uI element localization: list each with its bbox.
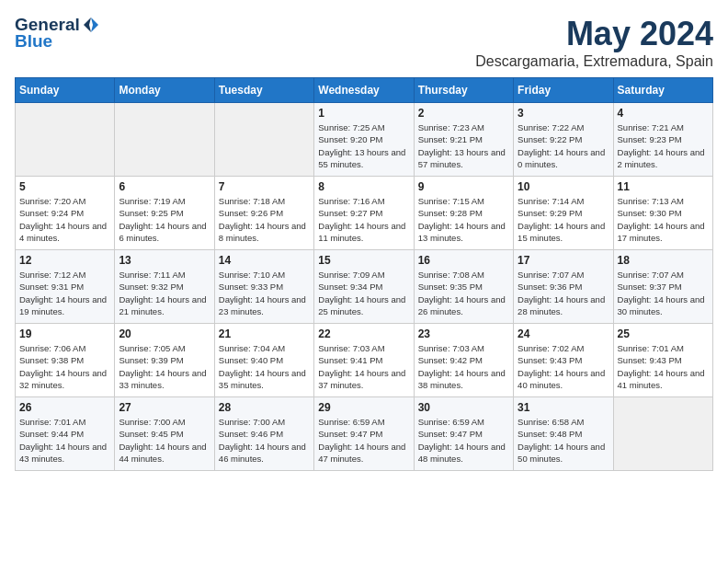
table-row: 25 Sunrise: 7:01 AMSunset: 9:43 PMDaylig… bbox=[613, 324, 712, 397]
table-row: 11 Sunrise: 7:13 AMSunset: 9:30 PMDaylig… bbox=[613, 177, 712, 250]
table-row bbox=[16, 103, 115, 177]
day-number: 22 bbox=[318, 327, 409, 340]
svg-marker-0 bbox=[91, 17, 98, 32]
day-number: 25 bbox=[618, 327, 709, 340]
day-number: 12 bbox=[19, 254, 110, 267]
day-info: Sunrise: 7:10 AMSunset: 9:33 PMDaylight:… bbox=[219, 269, 310, 317]
day-number: 28 bbox=[219, 401, 310, 414]
table-row: 15 Sunrise: 7:09 AMSunset: 9:34 PMDaylig… bbox=[314, 250, 414, 324]
day-info: Sunrise: 6:59 AMSunset: 9:47 PMDaylight:… bbox=[418, 416, 509, 465]
table-row: 8 Sunrise: 7:16 AMSunset: 9:27 PMDayligh… bbox=[314, 177, 414, 250]
table-row: 19 Sunrise: 7:06 AMSunset: 9:38 PMDaylig… bbox=[16, 324, 115, 397]
table-row: 27 Sunrise: 7:00 AMSunset: 9:45 PMDaylig… bbox=[115, 397, 214, 471]
day-number: 24 bbox=[518, 327, 609, 340]
day-info: Sunrise: 7:03 AMSunset: 9:42 PMDaylight:… bbox=[418, 342, 509, 391]
day-info: Sunrise: 7:00 AMSunset: 9:46 PMDaylight:… bbox=[219, 416, 310, 465]
day-number: 18 bbox=[618, 254, 709, 267]
table-row: 12 Sunrise: 7:12 AMSunset: 9:31 PMDaylig… bbox=[16, 250, 115, 324]
day-number: 7 bbox=[219, 180, 310, 193]
day-info: Sunrise: 7:23 AMSunset: 9:21 PMDaylight:… bbox=[418, 121, 509, 170]
day-number: 4 bbox=[618, 107, 709, 120]
table-row: 10 Sunrise: 7:14 AMSunset: 9:29 PMDaylig… bbox=[514, 177, 613, 250]
day-number: 23 bbox=[418, 327, 509, 340]
table-row bbox=[115, 103, 214, 177]
table-row: 16 Sunrise: 7:08 AMSunset: 9:35 PMDaylig… bbox=[414, 250, 513, 324]
day-number: 30 bbox=[418, 401, 509, 414]
day-info: Sunrise: 7:01 AMSunset: 9:44 PMDaylight:… bbox=[19, 416, 110, 465]
day-info: Sunrise: 7:01 AMSunset: 9:43 PMDaylight:… bbox=[618, 342, 709, 391]
table-row bbox=[214, 103, 313, 177]
day-info: Sunrise: 7:03 AMSunset: 9:41 PMDaylight:… bbox=[318, 342, 409, 391]
day-info: Sunrise: 6:58 AMSunset: 9:48 PMDaylight:… bbox=[518, 416, 609, 465]
day-info: Sunrise: 7:12 AMSunset: 9:31 PMDaylight:… bbox=[19, 269, 110, 317]
day-info: Sunrise: 7:18 AMSunset: 9:26 PMDaylight:… bbox=[219, 195, 310, 244]
table-row: 13 Sunrise: 7:11 AMSunset: 9:32 PMDaylig… bbox=[115, 250, 214, 324]
day-info: Sunrise: 7:08 AMSunset: 9:35 PMDaylight:… bbox=[418, 269, 509, 317]
day-number: 9 bbox=[418, 180, 509, 193]
weekday-header-row: Sunday Monday Tuesday Wednesday Thursday… bbox=[16, 78, 713, 103]
day-info: Sunrise: 7:25 AMSunset: 9:20 PMDaylight:… bbox=[318, 121, 409, 170]
table-row: 2 Sunrise: 7:23 AMSunset: 9:21 PMDayligh… bbox=[414, 103, 513, 177]
day-info: Sunrise: 7:05 AMSunset: 9:39 PMDaylight:… bbox=[119, 342, 210, 391]
day-info: Sunrise: 7:09 AMSunset: 9:34 PMDaylight:… bbox=[318, 269, 409, 317]
table-row: 17 Sunrise: 7:07 AMSunset: 9:36 PMDaylig… bbox=[514, 250, 613, 324]
calendar-week-row: 1 Sunrise: 7:25 AMSunset: 9:20 PMDayligh… bbox=[16, 103, 713, 177]
table-row: 23 Sunrise: 7:03 AMSunset: 9:42 PMDaylig… bbox=[414, 324, 513, 397]
header-friday: Friday bbox=[514, 78, 613, 103]
day-info: Sunrise: 7:21 AMSunset: 9:23 PMDaylight:… bbox=[618, 121, 709, 170]
day-number: 31 bbox=[518, 401, 609, 414]
logo-blue: Blue bbox=[15, 31, 52, 52]
day-number: 16 bbox=[418, 254, 509, 267]
calendar-week-row: 26 Sunrise: 7:01 AMSunset: 9:44 PMDaylig… bbox=[16, 397, 713, 471]
day-number: 19 bbox=[19, 327, 110, 340]
day-number: 20 bbox=[119, 327, 210, 340]
table-row: 3 Sunrise: 7:22 AMSunset: 9:22 PMDayligh… bbox=[514, 103, 613, 177]
day-number: 29 bbox=[318, 401, 409, 414]
day-number: 10 bbox=[518, 180, 609, 193]
day-number: 3 bbox=[518, 107, 609, 120]
table-row: 14 Sunrise: 7:10 AMSunset: 9:33 PMDaylig… bbox=[214, 250, 313, 324]
day-info: Sunrise: 7:00 AMSunset: 9:45 PMDaylight:… bbox=[119, 416, 210, 465]
header-sunday: Sunday bbox=[16, 78, 115, 103]
day-info: Sunrise: 7:13 AMSunset: 9:30 PMDaylight:… bbox=[618, 195, 709, 244]
calendar-week-row: 19 Sunrise: 7:06 AMSunset: 9:38 PMDaylig… bbox=[16, 324, 713, 397]
day-number: 14 bbox=[219, 254, 310, 267]
header-thursday: Thursday bbox=[414, 78, 513, 103]
day-info: Sunrise: 7:20 AMSunset: 9:24 PMDaylight:… bbox=[19, 195, 110, 244]
day-info: Sunrise: 7:07 AMSunset: 9:36 PMDaylight:… bbox=[518, 269, 609, 317]
header-tuesday: Tuesday bbox=[214, 78, 313, 103]
table-row: 7 Sunrise: 7:18 AMSunset: 9:26 PMDayligh… bbox=[214, 177, 313, 250]
day-info: Sunrise: 7:04 AMSunset: 9:40 PMDaylight:… bbox=[219, 342, 310, 391]
day-info: Sunrise: 7:02 AMSunset: 9:43 PMDaylight:… bbox=[518, 342, 609, 391]
calendar-week-row: 12 Sunrise: 7:12 AMSunset: 9:31 PMDaylig… bbox=[16, 250, 713, 324]
day-number: 17 bbox=[518, 254, 609, 267]
title-section: May 2024 Descargamaria, Extremadura, Spa… bbox=[475, 15, 713, 70]
day-info: Sunrise: 7:16 AMSunset: 9:27 PMDaylight:… bbox=[318, 195, 409, 244]
day-info: Sunrise: 7:14 AMSunset: 9:29 PMDaylight:… bbox=[518, 195, 609, 244]
day-info: Sunrise: 7:11 AMSunset: 9:32 PMDaylight:… bbox=[119, 269, 210, 317]
day-number: 1 bbox=[318, 107, 409, 120]
day-number: 21 bbox=[219, 327, 310, 340]
page-header: General Blue May 2024 Descargamaria, Ext… bbox=[15, 15, 713, 70]
header-monday: Monday bbox=[115, 78, 214, 103]
day-number: 27 bbox=[119, 401, 210, 414]
day-info: Sunrise: 7:22 AMSunset: 9:22 PMDaylight:… bbox=[518, 121, 609, 170]
table-row: 30 Sunrise: 6:59 AMSunset: 9:47 PMDaylig… bbox=[414, 397, 513, 471]
location-title: Descargamaria, Extremadura, Spain bbox=[475, 53, 713, 70]
day-number: 26 bbox=[19, 401, 110, 414]
table-row: 1 Sunrise: 7:25 AMSunset: 9:20 PMDayligh… bbox=[314, 103, 414, 177]
table-row: 22 Sunrise: 7:03 AMSunset: 9:41 PMDaylig… bbox=[314, 324, 414, 397]
table-row: 28 Sunrise: 7:00 AMSunset: 9:46 PMDaylig… bbox=[214, 397, 313, 471]
table-row: 6 Sunrise: 7:19 AMSunset: 9:25 PMDayligh… bbox=[115, 177, 214, 250]
table-row: 31 Sunrise: 6:58 AMSunset: 9:48 PMDaylig… bbox=[514, 397, 613, 471]
table-row: 5 Sunrise: 7:20 AMSunset: 9:24 PMDayligh… bbox=[16, 177, 115, 250]
day-number: 6 bbox=[119, 180, 210, 193]
svg-marker-1 bbox=[84, 17, 91, 32]
table-row: 4 Sunrise: 7:21 AMSunset: 9:23 PMDayligh… bbox=[613, 103, 712, 177]
day-number: 15 bbox=[318, 254, 409, 267]
month-title: May 2024 bbox=[475, 15, 713, 53]
calendar-table: Sunday Monday Tuesday Wednesday Thursday… bbox=[15, 77, 713, 471]
day-info: Sunrise: 7:07 AMSunset: 9:37 PMDaylight:… bbox=[618, 269, 709, 317]
table-row: 20 Sunrise: 7:05 AMSunset: 9:39 PMDaylig… bbox=[115, 324, 214, 397]
day-info: Sunrise: 7:15 AMSunset: 9:28 PMDaylight:… bbox=[418, 195, 509, 244]
